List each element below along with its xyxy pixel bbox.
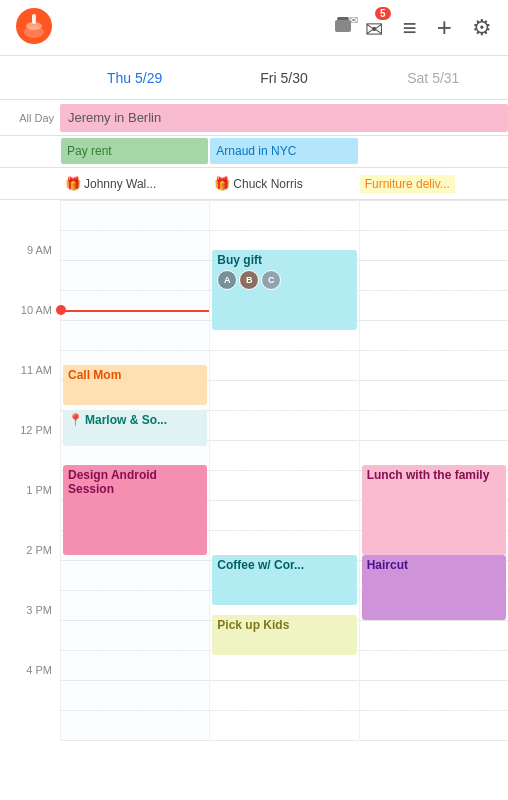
chuck-event[interactable]: 🎁 Chuck Norris [210,174,306,193]
day-column-thu: Call Mom📍Marlow & So...Design Android Se… [60,200,209,740]
time-gutter: 9 AM10 AM11 AM12 PM1 PM2 PM3 PM4 PM [0,200,60,740]
cal-event-0[interactable]: Call Mom [63,365,207,405]
time-label-1pm: 1 PM [26,484,52,496]
cal-event-title-6: Lunch with the family [367,468,501,482]
allday-label: All Day [0,100,60,135]
cal-event-title-5: Pick up Kids [217,618,351,632]
cal-event-4[interactable]: Coffee w/ Cor... [212,555,356,605]
time-label-10am: 10 AM [21,304,52,316]
time-label-12pm: 12 PM [20,424,52,436]
columns-area: Call Mom📍Marlow & So...Design Android Se… [60,200,508,740]
add-button[interactable]: + [437,12,452,43]
smallicon-row: 🎁 Johnny Wal... 🎁 Chuck Norris Furniture… [0,168,508,200]
smallicon-cell-thu: 🎁 Johnny Wal... [60,168,209,199]
settings-icon: ⚙ [472,15,492,40]
svg-text:✉: ✉ [349,14,358,26]
notifications-button[interactable]: ✉ ✉ 5 [333,13,383,43]
time-label-11am: 11 AM [21,364,52,376]
day-column-sat: Lunch with the familyHaircut [359,200,508,740]
day-header-thu[interactable]: Thu 5/29 [60,66,209,90]
cal-event-title-3: Buy gift [217,253,351,267]
time-gutter-multiday [0,136,60,167]
topbar: ✉ ✉ 5 ≡ + ⚙ [0,0,508,56]
svg-rect-5 [337,17,349,20]
day-header-row: Thu 5/29 Fri 5/30 Sat 5/31 [0,56,508,100]
avatar-0: A [217,270,237,290]
smallicon-cell-fri: 🎁 Chuck Norris [209,168,358,199]
cal-event-6[interactable]: Lunch with the family [362,465,506,555]
day-column-fri: Buy giftABCCoffee w/ Cor...Pick up Kids [209,200,358,740]
johnny-event[interactable]: 🎁 Johnny Wal... [61,174,160,193]
avatar-1: B [239,270,259,290]
time-label-4pm: 4 PM [26,664,52,676]
time-label-3pm: 3 PM [26,604,52,616]
multiday-cell-fri: Arnaud in NYC [209,136,358,167]
smallicon-cell-sat: Furniture deliv... [359,168,508,199]
cal-event-title-4: Coffee w/ Cor... [217,558,351,572]
allday-event-jeremy[interactable]: Jeremy in Berlin [60,104,508,132]
time-label-2pm: 2 PM [26,544,52,556]
allday-row: All Day Jeremy in Berlin [0,100,508,136]
cal-event-title-7: Haircut [367,558,501,572]
cal-event-title-0: Call Mom [68,368,202,382]
allday-events: Jeremy in Berlin [60,100,508,135]
svg-rect-3 [32,14,36,24]
multiday-row: Pay rent Arnaud in NYC [0,136,508,168]
smallicon-cells: 🎁 Johnny Wal... 🎁 Chuck Norris Furniture… [60,168,508,199]
furniture-event[interactable]: Furniture deliv... [360,175,455,193]
cal-event-3[interactable]: Buy giftABC [212,250,356,330]
menu-icon: ≡ [403,14,417,41]
cal-event-2[interactable]: Design Android Session [63,465,207,555]
avatar-2: C [261,270,281,290]
time-label-9am: 9 AM [27,244,52,256]
gift-icon-1: 🎁 [65,176,81,191]
cal-event-7[interactable]: Haircut [362,555,506,620]
cal-event-1[interactable]: 📍Marlow & So... [63,410,207,446]
arnaud-nyc-event[interactable]: Arnaud in NYC [210,138,357,164]
event-avatars-3: ABC [217,270,351,290]
calendar-grid: 9 AM10 AM11 AM12 PM1 PM2 PM3 PM4 PM Call… [0,200,508,800]
notification-badge: 5 [375,7,391,20]
current-time-line [61,310,209,312]
topbar-icons: ✉ ✉ 5 ≡ + ⚙ [333,12,492,43]
day-header-sat[interactable]: Sat 5/31 [359,66,508,90]
pay-rent-event[interactable]: Pay rent [61,138,208,164]
cal-event-title-2: Design Android Session [68,468,202,496]
add-icon: + [437,12,452,42]
cal-event-5[interactable]: Pick up Kids [212,615,356,655]
location-pin-icon-1: 📍 [68,413,83,427]
day-header-fri[interactable]: Fri 5/30 [209,66,358,90]
app-logo [16,8,52,48]
multiday-cell-thu: Pay rent [60,136,209,167]
settings-button[interactable]: ⚙ [472,15,492,41]
gift-icon-2: 🎁 [214,176,230,191]
multiday-cells: Pay rent Arnaud in NYC [60,136,508,167]
menu-button[interactable]: ≡ [403,14,417,42]
multiday-cell-sat [359,136,508,167]
time-gutter-small [0,168,60,199]
